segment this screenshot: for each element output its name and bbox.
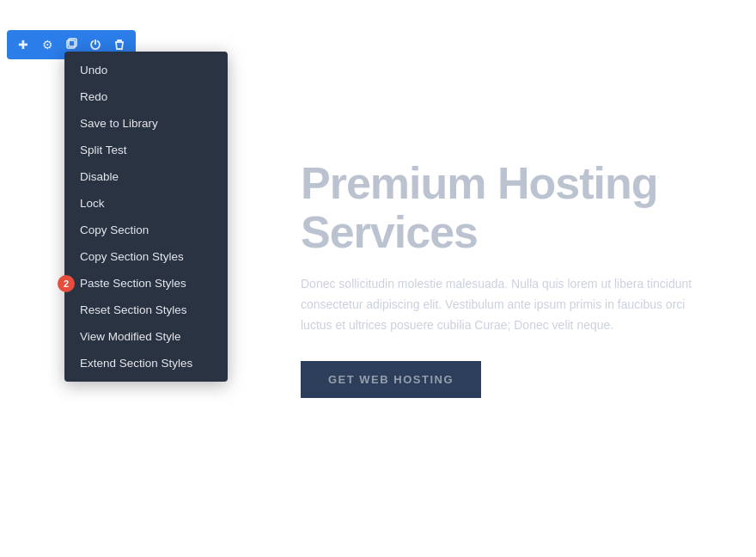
move-icon[interactable]: ✚ — [14, 35, 33, 54]
menu-item-copy-section[interactable]: Copy Section — [64, 217, 228, 243]
menu-item-copy-section-styles[interactable]: Copy Section Styles — [64, 243, 228, 270]
menu-item-label: Split Test — [80, 144, 127, 156]
menu-item-view-modified-style[interactable]: View Modified Style — [64, 323, 228, 350]
menu-item-label: Paste Section Styles — [80, 277, 186, 290]
menu-item-label: Save to Library — [80, 117, 158, 130]
menu-item-label: Reset Section Styles — [80, 303, 187, 316]
menu-item-label: Copy Section Styles — [80, 250, 184, 263]
hero-description: Donec sollicitudin molestie malesuada. N… — [301, 274, 696, 335]
menu-item-redo[interactable]: Redo — [64, 83, 228, 110]
menu-item-save-to-library[interactable]: Save to Library — [64, 110, 228, 137]
hero-title: Premium Hosting Services — [301, 159, 658, 257]
menu-item-label: Extend Section Styles — [80, 357, 192, 370]
menu-item-label: Disable — [80, 170, 119, 183]
context-menu: UndoRedoSave to LibrarySplit TestDisable… — [64, 52, 228, 382]
settings-icon[interactable]: ⚙ — [38, 35, 57, 54]
get-web-hosting-button[interactable]: GET WEB HOSTING — [301, 361, 481, 398]
menu-item-label: Copy Section — [80, 223, 149, 236]
menu-item-extend-section-styles[interactable]: Extend Section Styles — [64, 350, 228, 376]
menu-item-label: Lock — [80, 197, 105, 210]
menu-item-lock[interactable]: Lock — [64, 190, 228, 217]
menu-item-label: View Modified Style — [80, 330, 181, 343]
menu-item-undo[interactable]: Undo — [64, 57, 228, 83]
menu-item-split-test[interactable]: Split Test — [64, 137, 228, 163]
menu-item-label: Redo — [80, 90, 107, 103]
menu-item-reset-section-styles[interactable]: Reset Section Styles — [64, 297, 228, 323]
menu-item-label: Undo — [80, 64, 107, 77]
menu-item-disable[interactable]: Disable — [64, 163, 228, 190]
menu-item-paste-section-styles[interactable]: 2Paste Section Styles — [64, 270, 228, 297]
